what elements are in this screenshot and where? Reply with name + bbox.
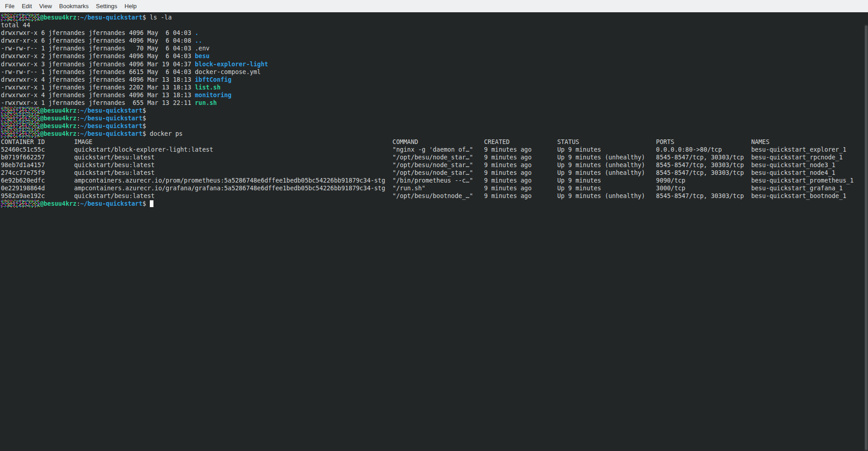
prompt-host: @besuu4krz	[40, 115, 77, 122]
terminal-line: @besuu4krz:~/besu-quickstart$ docker ps	[1, 130, 863, 138]
terminal-line: @besuu4krz:~/besu-quickstart$	[1, 107, 863, 114]
terminal-line: drwxr-xr-x 6 jfernandes jfernandes 4096 …	[1, 37, 863, 45]
docker-table-header: CONTAINER ID IMAGE COMMAND CREATED STATU…	[1, 139, 769, 145]
prompt-host: @besuu4krz	[40, 123, 77, 129]
docker-table-row: 52460c51c55c quickstart/block-explorer-l…	[1, 146, 846, 153]
ls-total: total 44	[1, 22, 30, 29]
menu-item-file[interactable]: File	[1, 3, 18, 10]
terminal-line: drwxrwxr-x 4 jfernandes jfernandes 4096 …	[1, 91, 863, 99]
ls-row-name: run.sh	[195, 99, 217, 106]
ls-row-meta: -rwxrwxr-x 1 jfernandes jfernandes 2202 …	[1, 84, 195, 91]
terminal-line: -rwxrwxr-x 1 jfernandes jfernandes 2202 …	[1, 84, 863, 91]
prompt-separator: :	[77, 115, 80, 122]
ls-row-name: .env	[195, 45, 209, 52]
terminal-line: b0719f662257 quickstart/besu:latest "/op…	[1, 154, 863, 161]
prompt-path: ~/besu-quickstart	[80, 14, 143, 21]
terminal-line: 98eb7d1a4157 quickstart/besu:latest "/op…	[1, 161, 863, 169]
ls-row-name: docker-compose.yml	[195, 69, 261, 75]
terminal-line: drwxrwxr-x 4 jfernandes jfernandes 4096 …	[1, 76, 863, 84]
ls-row-name: ibftConfig	[195, 76, 232, 83]
docker-table-row: b0719f662257 quickstart/besu:latest "/op…	[1, 154, 843, 161]
prompt-symbol: $	[143, 107, 146, 114]
menu-bar: File Edit View Bookmarks Settings Help	[0, 0, 868, 12]
menu-item-bookmarks[interactable]: Bookmarks	[55, 3, 92, 10]
terminal-line: CONTAINER ID IMAGE COMMAND CREATED STATU…	[1, 138, 863, 146]
ls-row-meta: drwxr-xr-x 6 jfernandes jfernandes 4096 …	[1, 37, 195, 44]
prompt-host: @besuu4krz	[40, 200, 77, 207]
terminal-line: 52460c51c55c quickstart/block-explorer-l…	[1, 146, 863, 154]
command-text: docker ps	[146, 130, 183, 137]
menu-item-view[interactable]: View	[35, 3, 55, 10]
prompt-path: ~/besu-quickstart	[80, 200, 143, 207]
terminal-line: @besuu4krz:~/besu-quickstart$	[1, 200, 863, 208]
ls-row-name: .	[195, 30, 198, 36]
ls-row-meta: drwxrwxr-x 3 jfernandes jfernandes 4096 …	[1, 61, 195, 68]
menu-item-edit[interactable]: Edit	[18, 3, 35, 10]
ls-row-name: besu	[195, 53, 209, 59]
censored-username-noise	[1, 14, 40, 21]
ls-row-meta: drwxrwxr-x 2 jfernandes jfernandes 4096 …	[1, 53, 195, 59]
prompt-symbol: $	[143, 14, 146, 21]
prompt-host: @besuu4krz	[40, 14, 77, 21]
censored-username-noise	[1, 122, 40, 130]
terminal-cursor	[150, 200, 153, 207]
prompt-separator: :	[77, 14, 80, 21]
scrollbar-thumb[interactable]	[865, 25, 868, 450]
prompt-symbol: $	[143, 123, 146, 129]
prompt-host: @besuu4krz	[40, 130, 77, 137]
ls-row-name: ..	[195, 37, 202, 44]
terminal-line: drwxrwxr-x 3 jfernandes jfernandes 4096 …	[1, 60, 863, 68]
terminal-line: total 44	[1, 21, 863, 29]
prompt-separator: :	[77, 123, 80, 129]
terminal-line: @besuu4krz:~/besu-quickstart$	[1, 122, 863, 130]
spacer	[146, 200, 150, 207]
prompt-path: ~/besu-quickstart	[80, 123, 143, 129]
terminal-line: @besuu4krz:~/besu-quickstart$	[1, 114, 863, 122]
terminal-line: 9582a9ae192c quickstart/besu:latest "/op…	[1, 192, 863, 200]
terminal-line: drwxrwxr-x 6 jfernandes jfernandes 4096 …	[1, 29, 863, 37]
docker-table-row: 274cc77e75f9 quickstart/besu:latest "/op…	[1, 169, 835, 176]
ls-row-meta: -rw-rw-r-- 1 jfernandes jfernandes 6615 …	[1, 69, 195, 75]
ls-row-name: block-explorer-light	[195, 61, 268, 68]
prompt-path: ~/besu-quickstart	[80, 130, 143, 137]
prompt-separator: :	[77, 130, 80, 137]
terminal-line: 6e92b620edfc ampcontainers.azurecr.io/pr…	[1, 177, 863, 184]
ls-row-name: list.sh	[195, 84, 220, 91]
docker-table-row: 98eb7d1a4157 quickstart/besu:latest "/op…	[1, 162, 835, 169]
terminal-line: 0e229198864d ampcontainers.azurecr.io/gr…	[1, 184, 863, 192]
command-text: ls -la	[146, 14, 172, 21]
censored-username-noise	[1, 130, 40, 138]
prompt-path: ~/besu-quickstart	[80, 107, 143, 114]
terminal-line: -rwxrwxr-x 1 jfernandes jfernandes 655 M…	[1, 99, 863, 107]
prompt-separator: :	[77, 200, 80, 207]
censored-username-noise	[1, 200, 40, 208]
terminal-viewport[interactable]: @besuu4krz:~/besu-quickstart$ ls -latota…	[0, 12, 868, 451]
ls-row-meta: drwxrwxr-x 4 jfernandes jfernandes 4096 …	[1, 92, 195, 99]
terminal-line: @besuu4krz:~/besu-quickstart$ ls -la	[1, 14, 863, 21]
censored-username-noise	[1, 107, 40, 114]
docker-table-row: 9582a9ae192c quickstart/besu:latest "/op…	[1, 193, 846, 199]
censored-username-noise	[1, 114, 40, 122]
ls-row-name: monitoring	[195, 92, 232, 99]
docker-table-row: 0e229198864d ampcontainers.azurecr.io/gr…	[1, 185, 843, 192]
prompt-symbol: $	[143, 130, 146, 137]
terminal-line: drwxrwxr-x 2 jfernandes jfernandes 4096 …	[1, 52, 863, 60]
prompt-symbol: $	[143, 200, 146, 207]
ls-row-meta: drwxrwxr-x 4 jfernandes jfernandes 4096 …	[1, 76, 195, 83]
terminal-line: -rw-rw-r-- 1 jfernandes jfernandes 70 Ma…	[1, 45, 863, 52]
ls-row-meta: -rw-rw-r-- 1 jfernandes jfernandes 70 Ma…	[1, 45, 195, 52]
prompt-path: ~/besu-quickstart	[80, 115, 143, 122]
prompt-separator: :	[77, 107, 80, 114]
terminal-line: -rw-rw-r-- 1 jfernandes jfernandes 6615 …	[1, 68, 863, 76]
terminal-content: @besuu4krz:~/besu-quickstart$ ls -latota…	[1, 14, 863, 208]
terminal-scrollbar[interactable]	[864, 25, 868, 451]
docker-table-row: 6e92b620edfc ampcontainers.azurecr.io/pr…	[1, 177, 853, 184]
menu-item-settings[interactable]: Settings	[92, 3, 121, 10]
terminal-line: 274cc77e75f9 quickstart/besu:latest "/op…	[1, 169, 863, 177]
menu-item-help[interactable]: Help	[121, 3, 140, 10]
ls-row-meta: -rwxrwxr-x 1 jfernandes jfernandes 655 M…	[1, 99, 195, 106]
prompt-symbol: $	[143, 115, 146, 122]
ls-row-meta: drwxrwxr-x 6 jfernandes jfernandes 4096 …	[1, 30, 195, 36]
prompt-host: @besuu4krz	[40, 107, 77, 114]
